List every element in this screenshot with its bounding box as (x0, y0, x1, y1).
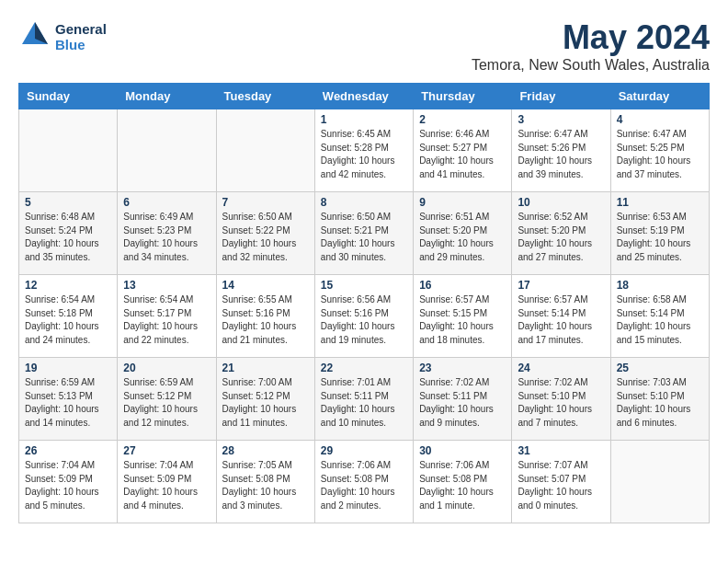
calendar-day-header: Tuesday (216, 84, 314, 109)
calendar-day-header: Wednesday (314, 84, 413, 109)
calendar-day-cell: 15Sunrise: 6:56 AMSunset: 5:16 PMDayligh… (314, 275, 413, 358)
logo-icon (18, 18, 51, 52)
calendar-day-cell: 23Sunrise: 7:02 AMSunset: 5:11 PMDayligh… (414, 358, 512, 441)
calendar-day-cell: 20Sunrise: 6:59 AMSunset: 5:12 PMDayligh… (118, 358, 216, 441)
day-number: 26 (25, 444, 111, 457)
day-info: Sunrise: 6:50 AMSunset: 5:21 PMDaylight:… (321, 211, 407, 264)
calendar-day-cell: 25Sunrise: 7:03 AMSunset: 5:10 PMDayligh… (610, 358, 709, 441)
day-number: 28 (222, 444, 309, 457)
day-info: Sunrise: 7:07 AMSunset: 5:07 PMDaylight:… (518, 459, 604, 512)
day-number: 21 (222, 362, 309, 374)
calendar-day-header: Saturday (610, 84, 709, 109)
calendar-day-cell: 16Sunrise: 6:57 AMSunset: 5:15 PMDayligh… (414, 275, 512, 358)
day-info: Sunrise: 7:01 AMSunset: 5:11 PMDaylight:… (321, 376, 407, 430)
page-header: General Blue May 2024 Temora, New South … (18, 18, 710, 74)
day-number: 17 (518, 279, 604, 292)
calendar-day-cell: 30Sunrise: 7:06 AMSunset: 5:08 PMDayligh… (414, 441, 512, 523)
day-info: Sunrise: 6:53 AMSunset: 5:19 PMDaylight:… (617, 211, 703, 264)
day-number: 18 (617, 279, 703, 292)
calendar-week-row: 1Sunrise: 6:45 AMSunset: 5:28 PMDaylight… (19, 109, 710, 192)
day-info: Sunrise: 6:47 AMSunset: 5:26 PMDaylight:… (518, 128, 604, 181)
title-block: May 2024 Temora, New South Wales, Austra… (472, 18, 710, 74)
day-info: Sunrise: 7:02 AMSunset: 5:11 PMDaylight:… (419, 376, 506, 430)
calendar-day-cell: 3Sunrise: 6:47 AMSunset: 5:26 PMDaylight… (512, 109, 610, 192)
logo-line1: General (55, 21, 107, 37)
month-title: May 2024 (472, 18, 710, 57)
day-number: 29 (321, 444, 407, 457)
day-info: Sunrise: 7:04 AMSunset: 5:09 PMDaylight:… (123, 459, 210, 512)
day-number: 31 (518, 444, 604, 457)
day-info: Sunrise: 6:59 AMSunset: 5:12 PMDaylight:… (123, 376, 210, 430)
calendar-day-header: Monday (118, 84, 216, 109)
calendar-week-row: 12Sunrise: 6:54 AMSunset: 5:18 PMDayligh… (19, 275, 710, 358)
day-info: Sunrise: 6:50 AMSunset: 5:22 PMDaylight:… (222, 211, 309, 264)
day-info: Sunrise: 6:57 AMSunset: 5:15 PMDaylight:… (419, 293, 506, 347)
day-number: 14 (222, 279, 309, 292)
calendar-day-cell: 8Sunrise: 6:50 AMSunset: 5:21 PMDaylight… (314, 192, 413, 275)
day-number: 5 (25, 196, 111, 209)
calendar-day-cell: 5Sunrise: 6:48 AMSunset: 5:24 PMDaylight… (19, 192, 118, 275)
calendar-day-cell: 17Sunrise: 6:57 AMSunset: 5:14 PMDayligh… (512, 275, 610, 358)
calendar: SundayMondayTuesdayWednesdayThursdayFrid… (18, 83, 710, 523)
day-number: 4 (617, 113, 703, 126)
calendar-week-row: 26Sunrise: 7:04 AMSunset: 5:09 PMDayligh… (19, 441, 710, 523)
calendar-day-header: Thursday (414, 84, 512, 109)
calendar-day-cell: 9Sunrise: 6:51 AMSunset: 5:20 PMDaylight… (414, 192, 512, 275)
calendar-day-header: Sunday (19, 84, 118, 109)
calendar-day-cell: 26Sunrise: 7:04 AMSunset: 5:09 PMDayligh… (19, 441, 118, 523)
day-info: Sunrise: 7:05 AMSunset: 5:08 PMDaylight:… (222, 459, 309, 512)
calendar-day-cell: 14Sunrise: 6:55 AMSunset: 5:16 PMDayligh… (216, 275, 314, 358)
calendar-day-cell: 27Sunrise: 7:04 AMSunset: 5:09 PMDayligh… (118, 441, 216, 523)
day-info: Sunrise: 6:47 AMSunset: 5:25 PMDaylight:… (617, 128, 703, 181)
day-info: Sunrise: 6:56 AMSunset: 5:16 PMDaylight:… (321, 293, 407, 347)
day-number: 15 (321, 279, 407, 292)
day-info: Sunrise: 6:57 AMSunset: 5:14 PMDaylight:… (518, 293, 604, 347)
day-number: 19 (25, 362, 111, 374)
calendar-day-cell: 2Sunrise: 6:46 AMSunset: 5:27 PMDaylight… (414, 109, 512, 192)
day-number: 11 (617, 196, 703, 209)
day-number: 8 (321, 196, 407, 209)
calendar-day-cell: 22Sunrise: 7:01 AMSunset: 5:11 PMDayligh… (314, 358, 413, 441)
day-info: Sunrise: 6:54 AMSunset: 5:17 PMDaylight:… (123, 293, 210, 347)
calendar-day-cell: 1Sunrise: 6:45 AMSunset: 5:28 PMDaylight… (314, 109, 413, 192)
day-info: Sunrise: 6:48 AMSunset: 5:24 PMDaylight:… (25, 211, 111, 264)
calendar-day-cell (216, 109, 314, 192)
calendar-day-cell (118, 109, 216, 192)
day-info: Sunrise: 7:00 AMSunset: 5:12 PMDaylight:… (222, 376, 309, 430)
day-number: 30 (419, 444, 506, 457)
day-info: Sunrise: 7:06 AMSunset: 5:08 PMDaylight:… (321, 459, 407, 512)
calendar-day-cell: 13Sunrise: 6:54 AMSunset: 5:17 PMDayligh… (118, 275, 216, 358)
day-number: 10 (518, 196, 604, 209)
day-info: Sunrise: 6:59 AMSunset: 5:13 PMDaylight:… (25, 376, 111, 430)
day-number: 20 (123, 362, 210, 374)
day-number: 3 (518, 113, 604, 126)
day-number: 25 (617, 362, 703, 374)
calendar-week-row: 5Sunrise: 6:48 AMSunset: 5:24 PMDaylight… (19, 192, 710, 275)
calendar-day-cell: 29Sunrise: 7:06 AMSunset: 5:08 PMDayligh… (314, 441, 413, 523)
calendar-day-cell (19, 109, 118, 192)
day-number: 23 (419, 362, 506, 374)
calendar-day-cell: 24Sunrise: 7:02 AMSunset: 5:10 PMDayligh… (512, 358, 610, 441)
day-info: Sunrise: 6:52 AMSunset: 5:20 PMDaylight:… (518, 211, 604, 264)
logo: General Blue (18, 18, 107, 55)
calendar-day-cell (610, 441, 709, 523)
location: Temora, New South Wales, Australia (472, 57, 710, 74)
day-number: 12 (25, 279, 111, 292)
calendar-week-row: 19Sunrise: 6:59 AMSunset: 5:13 PMDayligh… (19, 358, 710, 441)
calendar-day-cell: 11Sunrise: 6:53 AMSunset: 5:19 PMDayligh… (610, 192, 709, 275)
day-number: 24 (518, 362, 604, 374)
day-number: 9 (419, 196, 506, 209)
day-info: Sunrise: 7:06 AMSunset: 5:08 PMDaylight:… (419, 459, 506, 512)
day-info: Sunrise: 7:04 AMSunset: 5:09 PMDaylight:… (25, 459, 111, 512)
day-number: 1 (321, 113, 407, 126)
day-number: 13 (123, 279, 210, 292)
day-info: Sunrise: 7:03 AMSunset: 5:10 PMDaylight:… (617, 376, 703, 430)
calendar-day-cell: 18Sunrise: 6:58 AMSunset: 5:14 PMDayligh… (610, 275, 709, 358)
day-number: 7 (222, 196, 309, 209)
day-info: Sunrise: 6:58 AMSunset: 5:14 PMDaylight:… (617, 293, 703, 347)
day-info: Sunrise: 6:49 AMSunset: 5:23 PMDaylight:… (123, 211, 210, 264)
logo-line2: Blue (55, 37, 107, 52)
day-info: Sunrise: 6:46 AMSunset: 5:27 PMDaylight:… (419, 128, 506, 181)
calendar-day-cell: 28Sunrise: 7:05 AMSunset: 5:08 PMDayligh… (216, 441, 314, 523)
day-number: 6 (123, 196, 210, 209)
